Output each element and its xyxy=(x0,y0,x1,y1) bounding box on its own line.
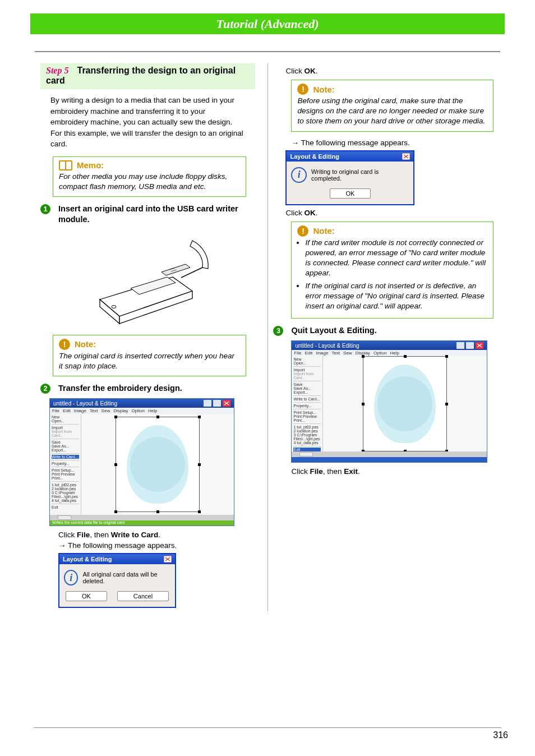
menu-file[interactable]: File xyxy=(52,408,59,413)
app-titlebar: untitled - Layout & Editing xyxy=(50,399,234,408)
click-file-write: Click File, then Write to Card. xyxy=(58,531,255,539)
menu-help[interactable]: Help xyxy=(148,408,157,413)
menu-text[interactable]: Text xyxy=(90,408,98,413)
file-menu-dropdown[interactable]: New Open... Import Import from Card... S… xyxy=(292,356,323,451)
app-canvas[interactable] xyxy=(81,414,234,515)
file-menu-print[interactable]: Print... xyxy=(52,476,79,480)
menu-image[interactable]: Image xyxy=(316,351,328,356)
file-menu-import[interactable]: Import xyxy=(293,368,321,372)
file-menu-dropdown[interactable]: New Open... Import Import from Card... S… xyxy=(50,414,81,515)
note-errors: Note: If the card writer module is not c… xyxy=(291,222,494,319)
file-menu-recent3[interactable]: 3 C:\Program Files\...\girl.pes xyxy=(52,491,79,499)
note-snap-label: Note: xyxy=(75,339,96,349)
file-menu-recent1[interactable]: 1 tut_pt02.pes xyxy=(293,425,321,429)
file-menu-recent2[interactable]: 2 location.pes xyxy=(52,487,79,491)
file-menu-open[interactable]: Open... xyxy=(52,419,79,423)
app-menubar[interactable]: File Edit Image Text Sew Display Option … xyxy=(292,350,487,356)
menu-file[interactable]: File xyxy=(294,351,301,356)
exclaim-icon xyxy=(59,339,70,350)
file-menu-save[interactable]: Save xyxy=(293,382,321,386)
scrollbar-h[interactable] xyxy=(292,451,487,457)
file-menu-property[interactable]: Property... xyxy=(293,404,321,408)
click-ok-1: Click OK. xyxy=(285,67,499,75)
dialog-delete-ok[interactable]: OK xyxy=(66,591,107,601)
top-rule xyxy=(35,51,500,52)
arrow-after-write: → The following message appears. xyxy=(58,541,255,550)
note-snap: Note: The original card is inserted corr… xyxy=(53,335,246,376)
file-menu-write-card[interactable]: Write to Card... xyxy=(52,455,79,459)
file-menu-recent4[interactable]: 4 tut_data.pes xyxy=(52,499,79,503)
file-menu-property[interactable]: Property... xyxy=(52,462,79,465)
file-menu-print-preview[interactable]: Print Preview xyxy=(293,414,321,418)
file-menu-import-card[interactable]: Import from Card... xyxy=(52,430,79,437)
file-menu-recent4[interactable]: 4 tut_data.pes xyxy=(293,441,321,445)
design-artwork xyxy=(127,425,188,504)
status-bar xyxy=(292,457,487,462)
menu-sew[interactable]: Sew xyxy=(343,351,352,356)
file-menu-exit[interactable]: Exit xyxy=(293,448,321,451)
intro-text: By writing a design to a media that can … xyxy=(50,95,245,150)
menu-display[interactable]: Display xyxy=(113,408,128,413)
dialog-close-icon[interactable] xyxy=(402,153,410,160)
file-menu-save[interactable]: Save xyxy=(52,440,79,444)
menu-option[interactable]: Option xyxy=(373,351,387,356)
file-menu-print-preview[interactable]: Print Preview xyxy=(52,472,79,476)
menu-image[interactable]: Image xyxy=(74,408,86,413)
file-menu-recent3[interactable]: 3 C:\Program Files\...\girl.pes xyxy=(293,433,321,441)
file-menu-new[interactable]: New xyxy=(52,415,79,419)
file-menu-recent1[interactable]: 1 tut_pt02.pes xyxy=(52,483,79,487)
dialog-delete-cancel[interactable]: Cancel xyxy=(117,591,169,601)
file-menu-recent2[interactable]: 2 location.pes xyxy=(293,429,321,433)
close-icon[interactable] xyxy=(476,342,483,349)
app-menubar[interactable]: File Edit Image Text Sew Display Option … xyxy=(50,408,234,414)
menu-sew[interactable]: Sew xyxy=(102,408,110,413)
menu-edit[interactable]: Edit xyxy=(63,408,71,413)
app-canvas[interactable] xyxy=(323,356,487,451)
bullet-1: 1 xyxy=(40,204,50,214)
svg-point-0 xyxy=(112,305,116,308)
step-1: 1 Insert an original card into the USB c… xyxy=(40,204,255,225)
file-menu-print[interactable]: Print... xyxy=(293,418,321,422)
file-menu-saveas[interactable]: Save As... xyxy=(52,444,79,448)
menu-option[interactable]: Option xyxy=(131,408,145,413)
column-divider xyxy=(268,63,268,611)
file-menu-export[interactable]: Export... xyxy=(52,448,79,452)
maximize-button[interactable] xyxy=(466,342,474,349)
click-file-exit: Click File, then Exit. xyxy=(291,467,499,476)
bullet-3: 3 xyxy=(273,326,283,336)
info-icon: i xyxy=(291,167,307,183)
file-menu-write-card[interactable]: Write to Card... xyxy=(293,397,321,401)
step-2: 2 Transfer the embroidery design. xyxy=(40,383,255,394)
file-menu-import[interactable]: Import xyxy=(52,426,79,430)
header-bar: Tutorial (Advanced) xyxy=(30,13,505,34)
close-icon[interactable] xyxy=(223,400,230,407)
menu-edit[interactable]: Edit xyxy=(305,351,312,356)
minimize-button[interactable] xyxy=(456,342,464,349)
dialog-complete-ok[interactable]: OK xyxy=(330,188,371,199)
file-menu-import-card[interactable]: Import from Card... xyxy=(293,372,321,380)
menu-text[interactable]: Text xyxy=(331,351,340,356)
minimize-button[interactable] xyxy=(204,400,211,407)
menu-help[interactable]: Help xyxy=(390,351,399,356)
bullet-2: 2 xyxy=(40,384,50,394)
status-bar: Writes the current data file to original… xyxy=(50,520,234,525)
file-menu-saveas[interactable]: Save As... xyxy=(293,386,321,390)
memo-body: For other media you may use include flop… xyxy=(59,172,240,192)
dialog-close-icon[interactable] xyxy=(164,556,172,563)
dialog-delete: Layout & Editing i All original card dat… xyxy=(58,553,176,608)
file-menu-open[interactable]: Open... xyxy=(293,361,321,365)
footer-rule xyxy=(34,727,501,728)
scrollbar-h[interactable] xyxy=(50,515,234,520)
file-menu-print-setup[interactable]: Print Setup... xyxy=(52,468,79,472)
step-3: 3 Quit Layout & Editing. xyxy=(273,325,499,336)
app-title: untitled - Layout & Editing xyxy=(53,400,117,407)
maximize-button[interactable] xyxy=(213,400,221,407)
file-menu-print-setup[interactable]: Print Setup... xyxy=(293,411,321,414)
file-menu-export[interactable]: Export... xyxy=(293,390,321,394)
note-before-body: Before using the original card, make sur… xyxy=(297,96,487,127)
file-menu-exit[interactable]: Exit xyxy=(52,505,79,509)
app-screenshot-1: untitled - Layout & Editing File Edit Im… xyxy=(49,398,246,526)
file-menu-new[interactable]: New xyxy=(293,357,321,361)
note-error-1: If the card writer module is not correct… xyxy=(305,238,487,279)
dialog-complete-title: Layout & Editing xyxy=(290,153,339,160)
